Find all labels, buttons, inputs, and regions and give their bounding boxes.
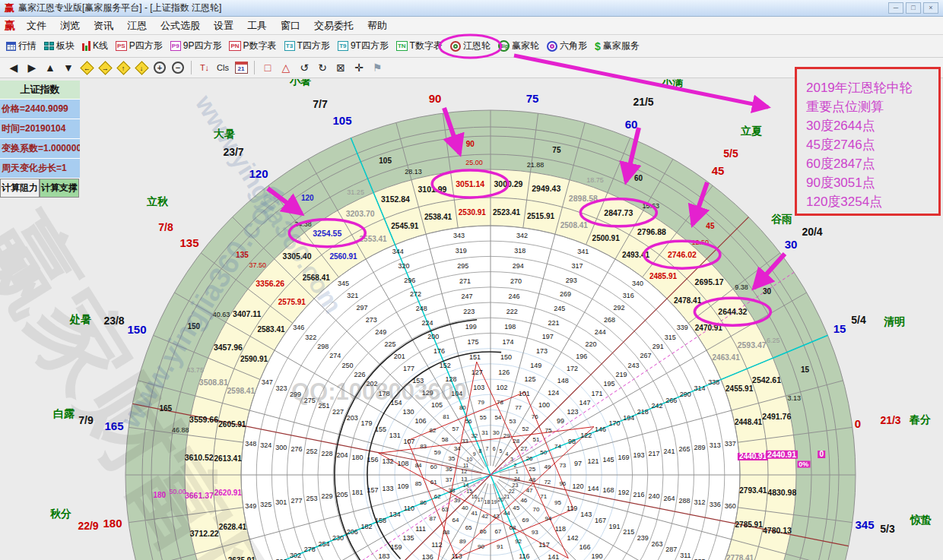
toolbar-item-9t-square[interactable]: T99T四方形 [334,36,392,56]
wheel-value: 33 [462,438,468,445]
cls-button[interactable]: Cls [214,59,232,76]
toolbar-separator [254,61,255,74]
wheel-value: 146 [595,426,606,433]
p-square-icon: PS [116,41,127,51]
wheel-value: 48 [529,477,535,483]
wheel-value: 59 [434,450,441,456]
wheel-value: 27 [520,446,527,452]
rim-label: 21/5 [633,96,653,107]
nav-down-button[interactable]: ▼ [59,59,78,76]
toolbar-item-t-square[interactable]: T3T四方形 [281,36,334,56]
menu-item-帮助[interactable]: 帮助 [360,18,394,33]
annotation-line: 90度3051点 [806,173,938,192]
wheel-value: 129 [422,390,433,397]
menu-item-江恩[interactable]: 江恩 [120,18,154,33]
wheel-value: 142 [567,534,578,541]
rim-label: 60 [625,119,638,130]
wheel-value: 147 [579,399,590,406]
close-button[interactable]: × [923,2,938,14]
wheel-value: 337 [725,440,736,447]
title-bar: 赢 赢家江恩专业版[赢家服务平台] - [上证指数 江恩轮] ─ □ × [0,0,943,17]
draw-rect-button[interactable]: □ [259,59,277,76]
calc-support-button[interactable]: 计算支撑 [40,179,79,198]
pan-down-button[interactable]: ↓ [132,59,151,76]
wheel-value: 192 [618,489,629,496]
menu-item-公式选股[interactable]: 公式选股 [154,18,207,33]
menu-item-浏览[interactable]: 浏览 [53,18,87,33]
rim-label: 165 [104,420,123,432]
menu-item-交易委托[interactable]: 交易委托 [307,18,360,33]
wheel-value: 321 [347,292,358,299]
pan-up-button[interactable]: ↑ [114,59,132,76]
wheel-value: 254 [318,540,329,547]
toolbar-item-kline[interactable]: K线 [78,36,112,56]
wheel-value: 158 [375,517,386,524]
menu-item-窗口[interactable]: 窗口 [274,18,307,33]
toolbar-item-winner-wheel[interactable]: Big赢家轮 [494,36,543,56]
wheel-value: 31 [481,430,488,436]
wheel-value: 121 [587,458,599,465]
toolbar-item-gann-wheel[interactable]: 江恩轮 [446,36,494,56]
pan-right-button[interactable]: → [96,59,114,76]
menu-item-资讯[interactable]: 资讯 [87,18,120,33]
center-cross-button[interactable]: ✛ [350,59,368,76]
toolbar-item-market[interactable]: 行情 [2,36,40,56]
rim-label: 5/5 [723,148,738,159]
wheel-value: 81 [443,414,449,420]
toolbar-item-label: P四方形 [129,40,163,52]
wheel-value: 39 [454,498,461,504]
wheel-value: 224 [421,319,433,326]
wheel-value: 87 [430,516,437,522]
toolbar-item-label: 六角形 [560,40,587,52]
calendar-button[interactable]: 21 [232,59,250,76]
menu-item-文件[interactable]: 文件 [20,18,53,33]
wheel-value: 246 [508,293,519,299]
calc-resistance-button[interactable]: 计算阻力 [0,179,40,198]
toolbar-item-p-square[interactable]: PSP四方形 [112,36,167,56]
wheel-value: 97 [574,460,582,467]
wheel-value: 177 [403,365,414,372]
zoom-out-button[interactable]: − [169,59,187,76]
toolbar-item-sectors[interactable]: 板块 [40,36,78,56]
menu-item-设置[interactable]: 设置 [207,18,240,33]
nav-back-button[interactable]: ◀ [5,59,23,76]
wheel-value: 13 [461,476,467,481]
annotation-line: 2019年江恩轮中轮 [806,78,938,97]
toolbar-item-hexagon[interactable]: 六角形 [543,36,591,56]
zoom-in-button[interactable]: + [151,59,169,76]
nav-forward-button[interactable]: ▶ [23,59,41,76]
menu-item-工具[interactable]: 工具 [240,18,274,33]
screen-flag-button[interactable]: ⚑ [368,59,386,76]
toolbar-item-9p-square[interactable]: P99P四方形 [167,36,226,56]
wheel-value: 76 [532,414,538,420]
clear-box-button[interactable]: ⊠ [332,59,350,76]
rotate-ccw-button[interactable]: ↺ [295,59,313,76]
toolbar-item-t-table[interactable]: TNT数字表 [392,36,446,56]
wheel-value: 35 [448,456,455,462]
toolbar-item-winner-service[interactable]: $赢家服务 [591,36,643,56]
wheel-value: 320 [398,262,410,269]
rim-label: 30 [785,239,798,250]
wheel-value: 15.63 [642,202,659,209]
maximize-button[interactable]: □ [906,2,921,14]
time-axis-button[interactable]: T↓ [195,59,214,76]
toolbar-item-p-table[interactable]: PNP数字表 [225,36,280,56]
pan-left-button[interactable]: ← [78,59,96,76]
wheel-value: 107 [403,438,414,445]
wheel-value: 10 [466,456,472,461]
nav-up-button[interactable]: ▲ [41,59,59,76]
rotate-cw-button[interactable]: ↻ [313,59,332,76]
minimize-button[interactable]: ─ [888,2,903,14]
wheel-value: 40.63 [213,312,230,318]
wheel-value: 3101.99 [418,185,446,193]
wheel-value: 20 [498,497,504,502]
wheel-value: 3 [510,456,513,461]
wheel-value: 32 [471,433,478,439]
panel-row: 价格=2440.9099 [0,100,80,119]
rim-label: 处暑 [70,314,91,324]
wheel-value: 199 [465,323,477,330]
rim-label: 22/9 [78,520,98,531]
wheel-value: 37.50 [249,262,267,269]
wheel-value: 144 [587,485,599,492]
draw-triangle-button[interactable]: △ [277,59,295,76]
